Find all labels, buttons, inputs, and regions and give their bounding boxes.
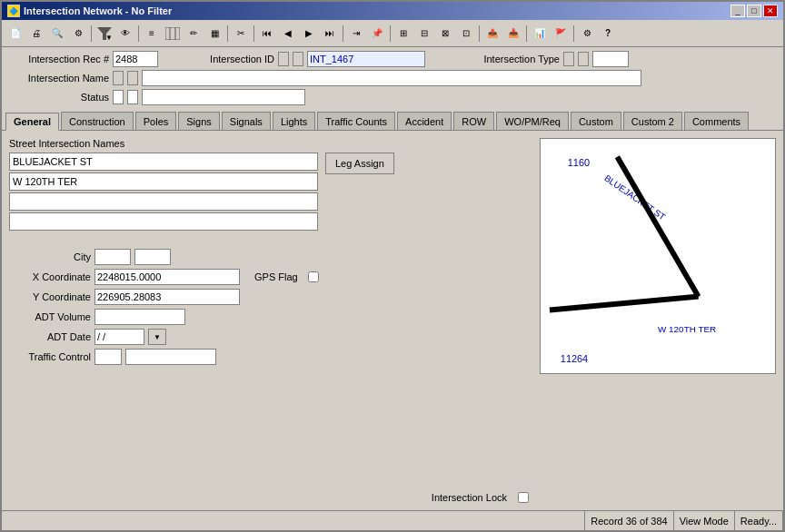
x-coord-input[interactable] — [94, 269, 240, 285]
traffic-control-input2[interactable] — [125, 349, 216, 365]
sep9 — [573, 25, 574, 42]
intersection-map-svg: 1160 BLUEJACKET ST 11264 W 120TH TER — [541, 139, 775, 373]
toolbar-chart[interactable]: 📊 — [530, 24, 550, 44]
status-indicator2 — [127, 90, 138, 104]
minimize-button[interactable]: _ — [730, 5, 745, 17]
left-panel: Street Intersection Names Leg Assign — [9, 138, 529, 503]
tab-accident[interactable]: Accident — [397, 112, 452, 130]
app-icon: 🔷 — [7, 5, 20, 17]
tab-custom[interactable]: Custom — [571, 112, 621, 130]
map-panel: 1160 BLUEJACKET ST 11264 W 120TH TER — [540, 138, 776, 374]
toolbar-edit[interactable]: ✏ — [184, 24, 204, 44]
adt-date-input[interactable] — [94, 329, 144, 345]
section-label: Street Intersection Names — [9, 138, 529, 149]
title-bar: 🔷 Intersection Network - No Filter _ □ ✕ — [2, 2, 783, 20]
svg-text:W  120TH TER: W 120TH TER — [658, 324, 716, 334]
adt-volume-row: ADT Volume — [9, 309, 529, 325]
streets-list — [9, 153, 318, 232]
toolbar-select[interactable]: ▦ — [204, 24, 224, 44]
y-coord-label: Y Coordinate — [9, 291, 91, 302]
sep1 — [91, 25, 92, 42]
sep4 — [253, 25, 254, 42]
tab-wo-pm-req[interactable]: WO/PM/Req — [496, 112, 569, 130]
close-button[interactable]: ✕ — [763, 5, 778, 17]
toolbar-nav-first[interactable]: ⏮ — [257, 24, 277, 44]
toolbar-nav-prev[interactable]: ◀ — [278, 24, 298, 44]
traffic-control-label: Traffic Control — [9, 351, 91, 362]
toolbar-cut[interactable]: ✂ — [231, 24, 251, 44]
intersection-lock-checkbox[interactable] — [518, 492, 529, 503]
tabs-container: General Construction Poles Signs Signals… — [2, 112, 783, 131]
adt-volume-input[interactable] — [94, 309, 185, 325]
toolbar-grid2[interactable]: ⊟ — [414, 24, 434, 44]
traffic-control-row: Traffic Control — [9, 349, 529, 365]
tab-general[interactable]: General — [5, 113, 59, 131]
leg-assign-button[interactable]: Leg Assign — [325, 153, 394, 174]
toolbar-map[interactable] — [163, 24, 183, 44]
city-label: City — [9, 251, 91, 262]
toolbar-grid4[interactable]: ⊡ — [456, 24, 476, 44]
sep5 — [343, 25, 343, 42]
name-value[interactable] — [142, 70, 641, 86]
title-bar-left: 🔷 Intersection Network - No Filter — [7, 5, 172, 17]
toolbar-help[interactable]: ? — [598, 24, 618, 44]
toolbar-grid1[interactable]: ⊞ — [393, 24, 413, 44]
toolbar-bookmark[interactable]: 📌 — [367, 24, 387, 44]
toolbar-print[interactable]: 🖨 — [26, 24, 46, 44]
id-indicator — [278, 52, 289, 66]
header-row3: Status — [9, 89, 776, 105]
status-value[interactable] — [142, 89, 305, 105]
toolbar-new[interactable]: 📄 — [5, 24, 25, 44]
street-input-1[interactable] — [9, 153, 318, 171]
svg-text:1160: 1160 — [568, 157, 590, 168]
rec-value[interactable] — [113, 51, 158, 67]
toolbar-settings[interactable]: ⚙ — [577, 24, 597, 44]
street-input-3[interactable] — [9, 192, 318, 211]
toolbar-nav-last[interactable]: ⏭ — [320, 24, 340, 44]
type-value[interactable] — [592, 51, 629, 67]
toolbar-zoom[interactable]: 🔍 — [47, 24, 67, 44]
toolbar-view[interactable]: 👁 — [115, 24, 135, 44]
tab-comments[interactable]: Comments — [684, 112, 749, 130]
svg-rect-1 — [165, 27, 180, 40]
city-input2[interactable] — [134, 249, 171, 265]
toolbar-export[interactable]: 📤 — [482, 24, 502, 44]
content-panel: Street Intersection Names Leg Assign — [9, 138, 776, 503]
tab-construction[interactable]: Construction — [61, 112, 134, 130]
toolbar-nav-next[interactable]: ▶ — [299, 24, 319, 44]
toolbar-goto[interactable]: ⇥ — [346, 24, 366, 44]
type-indicator — [563, 52, 574, 66]
intersection-lock-label: Intersection Lock — [432, 492, 507, 503]
toolbar-import[interactable]: 📥 — [503, 24, 523, 44]
gps-flag-label: GPS Flag — [254, 271, 304, 282]
street-input-2[interactable] — [9, 172, 318, 191]
toolbar-flag[interactable]: 🚩 — [551, 24, 571, 44]
gps-flag-checkbox[interactable] — [308, 271, 319, 282]
traffic-control-input1[interactable] — [94, 349, 122, 365]
tab-poles[interactable]: Poles — [135, 112, 177, 130]
tab-signals[interactable]: Signals — [222, 112, 271, 130]
sep6 — [390, 25, 391, 42]
toolbar-layers[interactable]: ≡ — [142, 24, 162, 44]
id-value[interactable] — [307, 51, 425, 67]
tab-traffic-counts[interactable]: Traffic Counts — [317, 112, 395, 130]
tab-row[interactable]: ROW — [453, 112, 494, 130]
toolbar: 📄 🖨 🔍 ⚙ ▼ 👁 ≡ ✏ ▦ ✂ ⏮ ◀ ▶ ⏭ ⇥ 📌 ⊞ ⊟ ⊠ ⊡ … — [2, 20, 783, 47]
toolbar-tools[interactable]: ⚙ — [68, 24, 88, 44]
toolbar-grid3[interactable]: ⊠ — [435, 24, 455, 44]
status-record: Record 36 of 384 — [585, 511, 673, 530]
maximize-button[interactable]: □ — [747, 5, 761, 17]
adt-date-dropdown[interactable]: ▼ — [148, 329, 166, 345]
sep7 — [479, 25, 480, 42]
tab-lights[interactable]: Lights — [273, 112, 315, 130]
y-coord-input[interactable] — [94, 289, 240, 305]
toolbar-filter[interactable]: ▼ — [94, 24, 114, 44]
main-window: 🔷 Intersection Network - No Filter _ □ ✕… — [0, 0, 785, 532]
form-fields: City X Coordinate GPS Flag Y Co — [9, 249, 529, 365]
y-coord-row: Y Coordinate — [9, 289, 529, 305]
street-input-4[interactable] — [9, 212, 318, 231]
tab-signs[interactable]: Signs — [178, 112, 220, 130]
type-indicator2 — [578, 52, 589, 66]
city-input1[interactable] — [94, 249, 131, 265]
tab-custom2[interactable]: Custom 2 — [623, 112, 682, 130]
